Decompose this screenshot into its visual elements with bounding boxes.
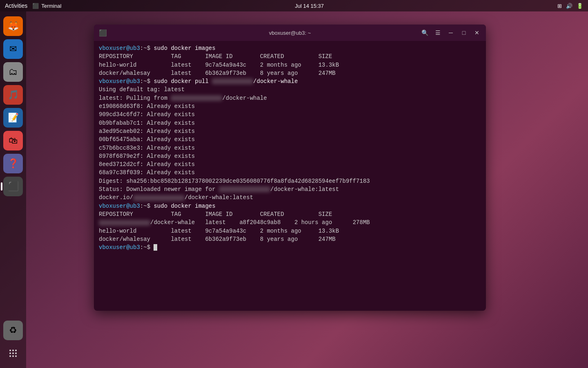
topbar-left: Activities ⬛ Terminal bbox=[5, 2, 61, 9]
terminal-line-7: latest: Pulling from /docker-whale bbox=[99, 94, 481, 102]
terminal-controls: 🔍 ☰ ─ □ ✕ bbox=[419, 27, 483, 38]
prompt-separator-2: :~$ bbox=[140, 78, 154, 85]
terminal-line-11: a3ed95caeb02: Already exists bbox=[99, 127, 481, 135]
network-icon: ⊞ bbox=[557, 3, 562, 9]
terminal-line-18: Status: Downloaded newer image for /dock… bbox=[99, 185, 481, 193]
svg-point-6 bbox=[9, 355, 11, 357]
terminal-line-12: 00bf65475aba: Already exists bbox=[99, 135, 481, 144]
terminal-titlebar: ⬛ vboxuser@ub3: ~ 🔍 ☰ ─ □ ✕ bbox=[94, 25, 486, 41]
dock-item-terminal[interactable]: ⬛ bbox=[3, 177, 23, 196]
cmd-1: sudo docker images bbox=[154, 45, 215, 52]
terminal-line-17: Digest: sha256:bbc8582b12817378002239dce… bbox=[99, 177, 481, 185]
topbar-datetime: Jul 14 15:37 bbox=[295, 3, 324, 9]
blurred-registry-4 bbox=[133, 195, 185, 201]
activities-button[interactable]: Activities bbox=[5, 2, 27, 9]
topbar-terminal-label: Terminal bbox=[41, 3, 61, 9]
dock-item-firefox[interactable]: 🦊 bbox=[3, 16, 23, 36]
topbar: Activities ⬛ Terminal Jul 14 15:37 ⊞ 🔊 🔋 bbox=[0, 0, 588, 11]
cmd-3: sudo docker images bbox=[154, 203, 215, 209]
dock-item-help[interactable]: ❓ bbox=[3, 154, 23, 173]
volume-icon[interactable]: 🔊 bbox=[566, 3, 572, 9]
terminal-line-22: /docker-whale latest a8f2048c9ab8 2 hour… bbox=[99, 218, 481, 227]
blurred-registry-2 bbox=[171, 95, 222, 101]
terminal-line-25: vboxuser@ub3:~$ bbox=[99, 243, 481, 251]
terminal-line-3: hello-world latest 9c7a54a9a43c 2 months… bbox=[99, 61, 481, 69]
svg-point-1 bbox=[12, 350, 14, 351]
svg-point-4 bbox=[12, 352, 14, 354]
dock-item-appstore[interactable]: 🛍 bbox=[3, 131, 23, 150]
blurred-registry-1 bbox=[212, 79, 253, 84]
minimize-button[interactable]: ─ bbox=[445, 27, 457, 38]
terminal-line-20: vboxuser@ub3:~$ sudo docker images bbox=[99, 202, 481, 210]
terminal-line-15: 8eed3712d2cf: Already exists bbox=[99, 160, 481, 168]
maximize-button[interactable]: □ bbox=[458, 27, 470, 38]
terminal-titlebar-icon: ⬛ bbox=[99, 29, 107, 37]
terminal-line-4: docker/whalesay latest 6b362a9f73eb 8 ye… bbox=[99, 69, 481, 77]
terminal-body[interactable]: vboxuser@ub3:~$ sudo docker images REPOS… bbox=[94, 41, 486, 311]
terminal-title: vboxuser@ub3: ~ bbox=[269, 30, 311, 36]
blurred-registry-5 bbox=[99, 220, 150, 226]
terminal-line-6: Using default tag: latest bbox=[99, 85, 481, 94]
terminal-line-14: 8978f6879e2f: Already exists bbox=[99, 152, 481, 160]
dock-grid-button[interactable] bbox=[3, 343, 23, 363]
terminal-line-5: vboxuser@ub3:~$ sudo docker pull /docker… bbox=[99, 77, 481, 85]
terminal-line-9: 909cd34c6fd7: Already exists bbox=[99, 110, 481, 119]
terminal-line-13: c57b6bcc83e3: Already exists bbox=[99, 144, 481, 152]
prompt-2: vboxuser@ub3 bbox=[99, 78, 140, 85]
prompt-final: vboxuser@ub3 bbox=[99, 244, 140, 251]
terminal-line-21: REPOSITORY TAG IMAGE ID CREATED SIZE bbox=[99, 210, 481, 218]
battery-icon: 🔋 bbox=[577, 3, 583, 9]
blurred-registry-3 bbox=[219, 186, 270, 192]
terminal-line-19: docker.io/ /docker-whale:latest bbox=[99, 193, 481, 202]
prompt-3: vboxuser@ub3 bbox=[99, 203, 140, 209]
cursor bbox=[154, 244, 157, 251]
svg-point-8 bbox=[15, 355, 17, 357]
svg-point-0 bbox=[9, 350, 11, 351]
search-button[interactable]: 🔍 bbox=[419, 27, 430, 38]
dock-item-rhythmbox[interactable]: 🎵 bbox=[3, 85, 23, 105]
topbar-terminal-app[interactable]: ⬛ Terminal bbox=[32, 3, 61, 9]
svg-point-5 bbox=[15, 352, 17, 354]
svg-point-2 bbox=[15, 350, 17, 351]
dock-item-trash[interactable]: ♻ bbox=[3, 321, 23, 340]
terminal-line-10: 0b9bfabab7c1: Already exists bbox=[99, 119, 481, 127]
prompt-1: vboxuser@ub3 bbox=[99, 45, 140, 52]
terminal-line-2: REPOSITORY TAG IMAGE ID CREATED SIZE bbox=[99, 52, 481, 61]
dock-item-mail[interactable]: ✉ bbox=[3, 39, 23, 59]
svg-point-3 bbox=[9, 352, 11, 354]
terminal-line-8: e190868d63f8: Already exists bbox=[99, 102, 481, 110]
terminal-line-1: vboxuser@ub3:~$ sudo docker images bbox=[99, 44, 481, 52]
terminal-icon-small: ⬛ bbox=[32, 3, 39, 9]
topbar-system-icons: ⊞ 🔊 🔋 bbox=[557, 3, 583, 9]
terminal-line-24: docker/whalesay latest 6b362a9f73eb 8 ye… bbox=[99, 235, 481, 243]
dock-item-writer[interactable]: 📝 bbox=[3, 108, 23, 128]
prompt-separator-1: :~$ bbox=[140, 45, 154, 52]
terminal-window: ⬛ vboxuser@ub3: ~ 🔍 ☰ ─ □ ✕ vboxuser@ub3… bbox=[94, 25, 486, 311]
menu-button[interactable]: ☰ bbox=[432, 27, 443, 38]
cmd-2: sudo docker pull /docker-whale bbox=[154, 78, 298, 85]
close-button[interactable]: ✕ bbox=[471, 27, 483, 38]
terminal-line-16: 68a97c38f039: Already exists bbox=[99, 168, 481, 177]
dock: 🦊 ✉ 🗂 🎵 📝 🛍 ❓ ⬛ ♻ bbox=[0, 11, 26, 368]
svg-point-7 bbox=[12, 355, 14, 357]
dock-item-files[interactable]: 🗂 bbox=[3, 62, 23, 82]
prompt-separator-3: :~$ bbox=[140, 203, 154, 209]
terminal-line-23: hello-world latest 9c7a54a9a43c 2 months… bbox=[99, 227, 481, 235]
prompt-separator-final: :~$ bbox=[140, 244, 154, 251]
